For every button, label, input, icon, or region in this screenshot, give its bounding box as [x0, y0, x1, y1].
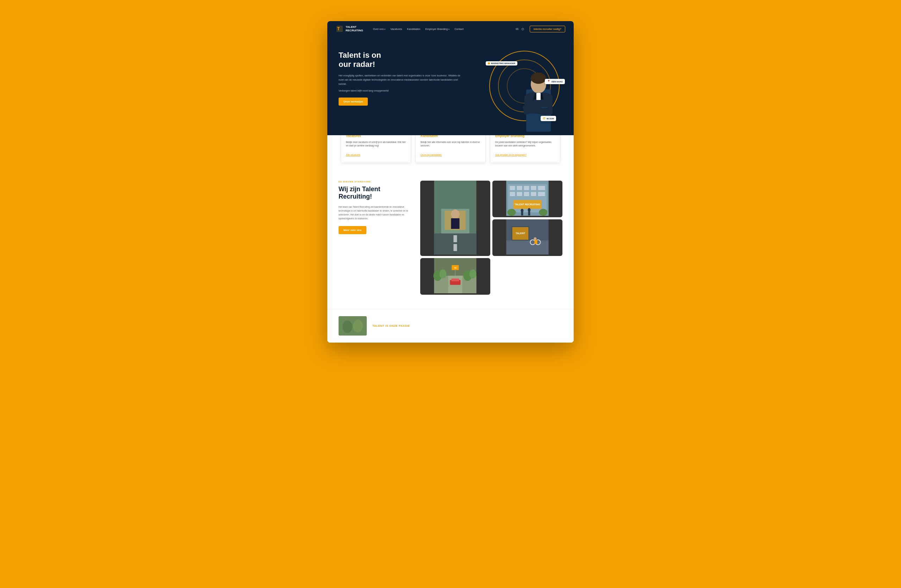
svg-rect-32 — [521, 212, 523, 215]
svg-rect-36 — [507, 240, 549, 254]
svg-rect-21 — [538, 186, 545, 190]
about-photos: TALENT RECRUITING — [420, 181, 563, 295]
about-left: EE NIEUWE STANDAARD Wij zijn Talent Recr… — [338, 181, 409, 234]
svg-rect-5 — [536, 93, 541, 100]
card-vacatures-link[interactable]: Alle vacatures — [346, 153, 360, 156]
svg-rect-24 — [524, 192, 529, 196]
svg-rect-13 — [454, 244, 457, 251]
svg-point-33 — [528, 208, 531, 212]
hero-description: Het vroegtijdig spotten, aantrekken en v… — [338, 73, 462, 86]
svg-rect-55 — [452, 279, 459, 281]
nav-over-ons[interactable]: Over ons ▾ — [373, 28, 385, 31]
hero-tagline: Verborgen talent blijft nooit lang onopg… — [338, 89, 462, 92]
hero-section: Talent is on our radar! Het vroegtijdig … — [327, 37, 574, 135]
nav-kandidaten[interactable]: Kandidaten — [407, 28, 420, 31]
card-kandidaten-link[interactable]: Onze top kandidaten — [421, 153, 442, 156]
svg-point-42 — [534, 237, 537, 240]
job-title-badge: MARKETING MANAGER — [486, 61, 518, 66]
instagram-icon[interactable]: ⊙ — [521, 27, 524, 31]
svg-point-10 — [451, 209, 460, 218]
hours-badge: ⏱ 40 UUR — [541, 116, 556, 121]
svg-text:TR: TR — [454, 267, 457, 269]
nav-contact[interactable]: Contact — [454, 28, 463, 31]
svg-point-57 — [343, 320, 352, 333]
svg-rect-52 — [455, 270, 456, 276]
svg-rect-26 — [538, 192, 545, 196]
logo-icon: T — [336, 25, 343, 33]
location-badge: 📍 DEN HAAG — [545, 79, 565, 84]
svg-point-58 — [353, 320, 363, 332]
svg-text:TALENT RECRUITING: TALENT RECRUITING — [514, 203, 540, 206]
nav-vacatures[interactable]: Vacatures — [390, 28, 402, 31]
svg-rect-11 — [451, 218, 460, 229]
about-photo-3: TALENT — [493, 219, 563, 256]
svg-rect-18 — [517, 186, 522, 190]
about-tag: EE NIEUWE STANDAARD — [338, 181, 409, 183]
about-title: Wij zijn Talent Recruiting! — [338, 186, 409, 201]
nav-links: Over ons ▾ Vacatures Kandidaten Employer… — [373, 28, 510, 31]
svg-point-31 — [521, 209, 524, 212]
badge-dot-icon — [488, 62, 490, 64]
browser-window: T TALENT RECRUITING Over ons ▾ Vacatures… — [327, 21, 574, 343]
hero-title: Talent is on our radar! — [338, 51, 462, 69]
svg-rect-20 — [531, 186, 536, 190]
svg-rect-17 — [510, 186, 515, 190]
nav-employer-branding[interactable]: Employer Branding ▾ — [425, 28, 449, 31]
about-section: EE NIEUWE STANDAARD Wij zijn Talent Recr… — [327, 167, 574, 309]
about-photo-2: TALENT RECRUITING — [493, 181, 563, 217]
linkedin-icon[interactable]: ✉ — [516, 27, 518, 31]
card-employer-link[interactable]: Ook gevallen bij te deploegen? — [495, 153, 527, 156]
bottom-teaser-photo — [338, 316, 367, 335]
svg-text:TALENT: TALENT — [516, 232, 525, 234]
svg-point-48 — [440, 269, 447, 279]
about-photo-4: TR — [420, 258, 490, 295]
person-illustration — [518, 61, 560, 132]
card-vacatures-text: Bekijk onze vacatures of schrijf je in a… — [346, 140, 406, 148]
card-employer-text: De juiste kandidaten verleiden? Wij help… — [495, 140, 555, 148]
svg-rect-34 — [528, 211, 530, 215]
svg-point-29 — [508, 209, 516, 216]
about-photo-1 — [420, 181, 490, 256]
bottom-teaser: TALENT IS ONZE PASSIE — [327, 309, 574, 343]
hero-cta-button[interactable]: Onze werkwijze — [338, 98, 368, 106]
svg-point-50 — [469, 269, 477, 279]
navbar: T TALENT RECRUITING Over ons ▾ Vacatures… — [327, 21, 574, 37]
interim-recruiter-button[interactable]: Interim recruiter nodig? — [530, 26, 565, 33]
bottom-teaser-label: TALENT IS ONZE PASSIE — [373, 324, 410, 328]
location-icon: 📍 — [547, 80, 550, 83]
svg-rect-22 — [510, 192, 515, 196]
chevron-down-icon-2: ▾ — [448, 28, 449, 30]
logo-line2: RECRUITING — [346, 29, 363, 32]
svg-rect-25 — [531, 192, 536, 196]
nav-social-icons: ✉ ⊙ — [516, 27, 524, 31]
logo-line1: TALENT — [346, 25, 357, 28]
logo-text: TALENT RECRUITING — [346, 25, 363, 32]
svg-rect-43 — [535, 240, 538, 244]
chevron-down-icon: ▾ — [384, 28, 385, 30]
svg-rect-23 — [517, 192, 522, 196]
hero-content: Talent is on our radar! Het vroegtijdig … — [338, 51, 462, 106]
svg-text:T: T — [337, 27, 340, 31]
clock-icon: ⏱ — [543, 117, 546, 120]
svg-rect-12 — [454, 235, 457, 242]
about-text: Het team van Talent Recruiting zet baanb… — [338, 205, 409, 220]
svg-rect-19 — [524, 186, 529, 190]
logo[interactable]: T TALENT RECRUITING — [336, 25, 363, 33]
about-cta-button[interactable]: Meer over ons — [338, 226, 366, 234]
svg-point-30 — [539, 209, 548, 216]
hero-visual: MARKETING MANAGER 📍 DEN HAAG ⏱ 40 UUR — [482, 40, 567, 132]
svg-point-4 — [531, 73, 546, 84]
card-kandidaten-text: Bekijk hier alle informatie over onze to… — [421, 140, 480, 148]
